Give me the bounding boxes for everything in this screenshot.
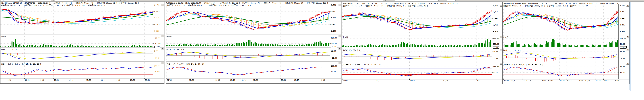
time-tick-label: 16:30 — [523, 80, 528, 82]
price-tick-label: 8,385 — [154, 23, 160, 25]
macd-tick-label: -4.00 — [620, 58, 625, 60]
toolbar-combo-2[interactable]: 12/03▼ — [55, 0, 75, 1]
time-tick-label: 01/11 — [343, 80, 348, 82]
toolbar-combo-0[interactable]: 先物▼ — [1, 0, 21, 1]
price-tick-label: 8,405 — [331, 23, 336, 25]
chart-canvas[interactable] — [166, 1, 341, 81]
toolbar-combo-5[interactable]: ▼ — [447, 0, 458, 1]
price-tick-label: 8,510 — [493, 5, 498, 7]
collapse-pane-button[interactable]: ▼ — [161, 48, 164, 50]
collapse-pane-button[interactable]: ▼ — [500, 4, 502, 7]
time-tick-label: 01/12 — [548, 80, 553, 82]
macd-tick-label: 25.00 — [331, 50, 336, 52]
stoch-tick-label: 40.00 — [331, 71, 336, 73]
toolbar-button-3[interactable]: 月 — [94, 0, 97, 1]
collapse-pane-button[interactable]: ▼ — [500, 36, 502, 38]
chevron-down-icon[interactable]: ▼ — [456, 0, 458, 1]
stoch-pane-label: スロー・ストキャスティクス( 14, 3, 80, 20 ) — [343, 63, 382, 66]
collapse-pane-button[interactable]: ▼ — [161, 4, 164, 6]
collapse-pane-button[interactable]: ▼ — [500, 63, 502, 65]
window-menu-icon[interactable]: ◥ — [166, 2, 167, 3]
price-tick-label: 8,370 — [620, 31, 625, 33]
toolbar-button-1[interactable]: 日 — [86, 0, 90, 1]
price-tick-label: 8,415 — [154, 17, 160, 19]
chart-canvas[interactable] — [0, 1, 164, 81]
chevron-down-icon[interactable]: ▼ — [383, 0, 386, 1]
time-tick-label: 12:00 — [320, 79, 325, 81]
time-tick-label: 20:00 — [216, 79, 220, 81]
chart-header-line1: 日経225mini 12/03( 15分, 2012/01/06 - 2012/… — [166, 2, 340, 4]
stoch-tick-label: 100.00 — [493, 66, 499, 68]
time-tick-label: 01/17 — [294, 79, 299, 81]
macd-pane-label: MACD( 12, 26, 9 ) — [343, 49, 360, 51]
collapse-pane-button[interactable]: ▼ — [338, 48, 341, 50]
time-tick-label: 14:40 — [69, 79, 74, 81]
time-tick-label: 01/07 — [512, 80, 516, 82]
toolbar-button-label: 定 — [82, 0, 83, 0]
time-tick-label: 01/12 — [376, 80, 381, 82]
time-tick-label: 01/13 — [410, 80, 414, 82]
volume-multiplier-box: × 100 — [154, 46, 160, 48]
toolbar-combo-label: 先物 — [2, 0, 5, 0]
toolbar-combo-label: 日経225mini — [24, 0, 33, 0]
time-tick-label: 01/13 — [567, 80, 572, 82]
window-menu-icon[interactable]: ◥ — [503, 2, 504, 4]
volume-multiplier-box: × 100 — [493, 46, 499, 49]
chart-window-60分: ◥日経225mini 12/03( 60分, 2012/01/06 - 2012… — [502, 2, 630, 84]
toolbar-button-label: 分 — [98, 0, 100, 0]
chevron-down-icon[interactable]: ▼ — [438, 0, 441, 1]
time-tick-label: 01/16 — [242, 79, 246, 81]
chevron-down-icon[interactable]: ▼ — [19, 0, 21, 1]
toolbar-button-label: 適用 — [123, 0, 126, 0]
toolbar-button-7[interactable]: 適用 — [122, 0, 128, 1]
time-tick-label: 16:30 — [578, 80, 583, 82]
chart-header-line1: 日経225mini 12/03( 30分, 2012/01/06 - 2012/… — [343, 2, 502, 5]
chart-canvas[interactable] — [502, 2, 629, 81]
toolbar-button-4[interactable]: 分 — [98, 0, 101, 1]
chart-header-line2: 移動平均( Close, 20 ) 移動平均( Close, 5 ) 移動平均(… — [166, 4, 340, 6]
window-menu-icon[interactable]: ◥ — [342, 2, 344, 4]
volume-tick-label: 250.00 — [493, 43, 499, 45]
time-tick-label: 16:30 — [596, 80, 600, 82]
volume-tick-label: 650.00 — [331, 37, 337, 39]
price-tick-label: 8,510 — [620, 5, 625, 7]
collapse-pane-button[interactable]: ▼ — [626, 36, 629, 38]
macd-tick-label: -15.00 — [331, 57, 337, 59]
volume-tick-label: 40.00 — [620, 43, 625, 45]
toolbar-combo-4[interactable]: ▼ — [395, 0, 441, 1]
collapse-pane-button[interactable]: ▼ — [161, 35, 164, 37]
macd-pane-label: MACD( 12, 26, 9 ) — [1, 49, 19, 50]
toolbar-combo-3[interactable]: ▼ — [358, 0, 386, 1]
macd-tick-label: 5.00 — [154, 50, 158, 52]
toolbar-button-0[interactable]: 定 — [80, 0, 84, 1]
collapse-pane-button[interactable]: ▼ — [500, 49, 502, 50]
chart-canvas[interactable] — [342, 2, 502, 81]
toolbar-button-2[interactable]: 週 — [90, 0, 94, 1]
collapse-pane-button[interactable]: ▼ — [161, 62, 164, 64]
window-menu-icon[interactable]: ◥ — [0, 2, 2, 3]
time-tick-label: 20:00 — [281, 79, 286, 81]
collapse-pane-button[interactable]: ▼ — [626, 63, 629, 65]
chevron-down-icon[interactable]: ▼ — [73, 0, 75, 1]
toolbar-button-6[interactable]: 500 — [114, 0, 120, 1]
chevron-down-icon[interactable]: ▼ — [51, 0, 54, 1]
chart-header-line1: 日経225mini 12/03( 5分, 2012/01/13 - 2012/0… — [1, 2, 164, 4]
volume-tick-label: 165.00 — [154, 43, 160, 45]
collapse-pane-button[interactable]: ▼ — [626, 4, 629, 7]
toolbar-button-5[interactable]: 本数 — [108, 0, 113, 1]
time-tick-label: 01/14 — [586, 80, 590, 82]
collapse-pane-button[interactable]: ▼ — [338, 62, 341, 64]
macd-pane-label: MACD( 12, 26, 9 ) — [166, 49, 184, 50]
collapse-pane-button[interactable]: ▼ — [338, 4, 341, 6]
time-tick-label: 16:15 — [614, 80, 619, 82]
price-tick-label: 8,475 — [620, 11, 625, 13]
collapse-pane-button[interactable]: ▼ — [626, 49, 629, 50]
collapse-pane-button[interactable]: ▼ — [338, 35, 341, 37]
toolbar-combo-1[interactable]: 日経225mini▼ — [23, 0, 54, 1]
time-tick-label: 18:40 — [101, 79, 105, 81]
volume-tick-label: 200.00 — [331, 43, 337, 45]
price-tick-label: 8,440 — [493, 17, 498, 19]
stoch-tick-label: 100.00 — [154, 65, 160, 67]
volume-pane-label: 出来高 — [166, 35, 172, 38]
price-tick-label: 8,475 — [154, 4, 160, 6]
